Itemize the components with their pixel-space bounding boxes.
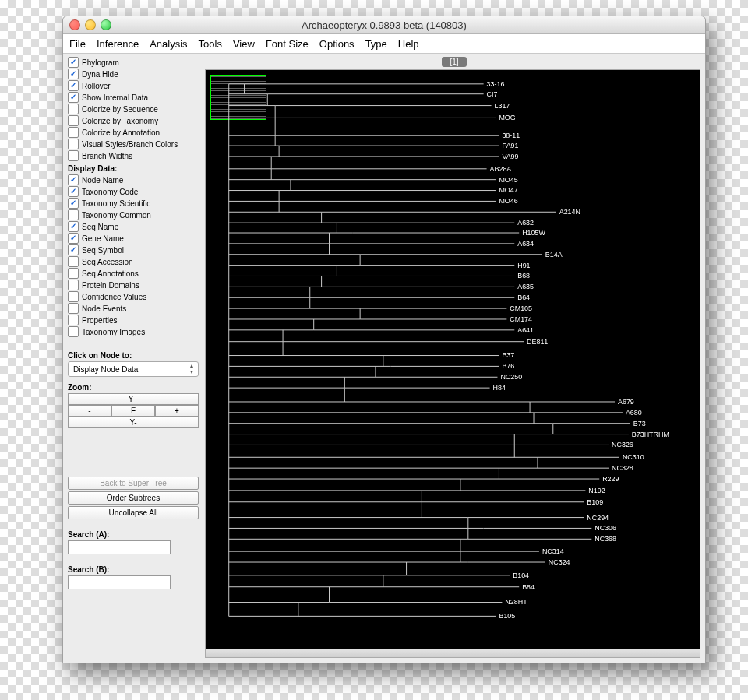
tree-leaf-label[interactable]: B14A xyxy=(545,251,563,259)
zoom-minus-button[interactable]: - xyxy=(68,405,111,417)
search-b-label: Search (B): xyxy=(68,565,199,574)
menu-type[interactable]: Type xyxy=(365,38,387,50)
zoom-controls: Y+ - F + Y- xyxy=(68,393,199,428)
tree-leaf-label[interactable]: B73 xyxy=(633,420,646,427)
tree-leaf-label[interactable]: B64 xyxy=(517,294,530,301)
tree-leaf-label[interactable]: PA91 xyxy=(502,142,518,149)
view-option-checkbox[interactable] xyxy=(68,139,79,149)
zoom-y-plus-button[interactable]: Y+ xyxy=(68,393,199,405)
tree-leaf-label[interactable]: B76 xyxy=(502,362,514,370)
display-option-row: Gene Name xyxy=(68,233,199,244)
tree-leaf-label[interactable]: 38-11 xyxy=(502,132,520,139)
zoom-plus-button[interactable]: + xyxy=(155,405,199,417)
back-to-super-tree-button[interactable]: Back to Super Tree xyxy=(68,477,199,490)
display-option-checkbox[interactable] xyxy=(68,256,79,267)
tree-leaf-label[interactable]: B37 xyxy=(502,352,514,360)
display-option-checkbox[interactable] xyxy=(68,198,79,209)
tree-leaf-label[interactable]: MOG xyxy=(499,114,515,121)
tree-leaf-label[interactable]: VA99 xyxy=(502,153,518,160)
menu-font-size[interactable]: Font Size xyxy=(266,38,309,50)
display-option-checkbox[interactable] xyxy=(68,268,79,279)
display-option-checkbox[interactable] xyxy=(68,233,79,244)
view-option-checkbox[interactable] xyxy=(68,104,79,114)
view-option-checkbox[interactable] xyxy=(68,150,79,161)
tree-leaf-label[interactable]: A214N xyxy=(559,208,580,216)
tree-leaf-label[interactable]: NC324 xyxy=(549,558,570,566)
tree-leaf-label[interactable]: L317 xyxy=(494,102,510,110)
menu-view[interactable]: View xyxy=(233,38,255,50)
tree-leaf-label[interactable]: NC250 xyxy=(500,373,522,381)
tree-leaf-label[interactable]: A679 xyxy=(618,398,634,406)
tree-leaf-label[interactable]: NC326 xyxy=(612,441,633,448)
tree-leaf-label[interactable]: CM105 xyxy=(510,304,532,312)
tree-leaf-label[interactable]: NC306 xyxy=(595,524,616,532)
tree-leaf-label[interactable]: DE811 xyxy=(527,338,548,346)
tree-leaf-label[interactable]: H91 xyxy=(517,262,530,269)
tree-leaf-label[interactable]: NC328 xyxy=(612,464,633,472)
uncollapse-all-button[interactable]: Uncollapse All xyxy=(68,506,199,519)
zoom-icon[interactable] xyxy=(101,19,111,30)
search-a-input[interactable] xyxy=(68,540,171,554)
tree-leaf-label[interactable]: B68 xyxy=(517,272,530,280)
tree-leaf-label[interactable]: H84 xyxy=(493,384,506,392)
menu-help[interactable]: Help xyxy=(398,38,419,50)
display-option-label: Confidence Values xyxy=(82,292,146,302)
tab-1[interactable]: [1] xyxy=(442,57,466,67)
tree-leaf-label[interactable]: B104 xyxy=(513,572,529,579)
tree-leaf-label[interactable]: NC368 xyxy=(595,535,616,543)
tree-leaf-label[interactable]: MO47 xyxy=(499,187,517,195)
tree-leaf-label[interactable]: A641 xyxy=(517,326,534,334)
tree-leaf-label[interactable]: H105W xyxy=(522,229,545,237)
display-option-checkbox[interactable] xyxy=(68,209,79,220)
tree-leaf-label[interactable]: NC310 xyxy=(623,453,644,461)
tree-canvas[interactable]: 33-16CI7L317MOG38-11PA91VA99AB28AMO45MO4… xyxy=(205,69,700,658)
display-option-checkbox[interactable] xyxy=(68,244,79,255)
view-option-checkbox[interactable] xyxy=(68,92,79,103)
tree-leaf-label[interactable]: A632 xyxy=(517,219,534,227)
tree-leaf-label[interactable]: A680 xyxy=(626,409,642,417)
tree-leaf-label[interactable]: B84 xyxy=(522,583,535,591)
tree-leaf-label[interactable]: A634 xyxy=(517,240,534,248)
display-option-checkbox[interactable] xyxy=(68,303,79,314)
tree-leaf-label[interactable]: NC294 xyxy=(587,514,609,522)
tree-leaf-label[interactable]: 33-16 xyxy=(487,80,505,88)
tree-leaf-label[interactable]: A635 xyxy=(517,283,534,290)
order-subtrees-button[interactable]: Order Subtrees xyxy=(68,491,199,505)
display-option-checkbox[interactable] xyxy=(68,291,79,302)
view-option-checkbox[interactable] xyxy=(68,57,79,68)
minimize-icon[interactable] xyxy=(85,19,96,30)
tree-leaf-label[interactable]: B105 xyxy=(499,612,515,620)
close-icon[interactable] xyxy=(69,19,80,30)
view-option-checkbox[interactable] xyxy=(68,80,79,91)
zoom-fit-button[interactable]: F xyxy=(111,405,155,417)
tree-leaf-label[interactable]: N28HT xyxy=(505,599,527,607)
zoom-y-minus-button[interactable]: Y- xyxy=(68,417,199,428)
tree-leaf-label[interactable]: AB28A xyxy=(490,165,512,173)
menu-analysis[interactable]: Analysis xyxy=(150,38,187,50)
display-option-checkbox[interactable] xyxy=(68,326,79,337)
menu-options[interactable]: Options xyxy=(319,38,355,50)
display-option-checkbox[interactable] xyxy=(68,174,79,185)
tree-leaf-label[interactable]: CM174 xyxy=(510,315,532,323)
display-option-checkbox[interactable] xyxy=(68,186,79,197)
tree-leaf-label[interactable]: B109 xyxy=(587,498,603,506)
click-action-dropdown[interactable]: Display Node Data ▴▾ xyxy=(68,361,199,377)
tree-leaf-label[interactable]: MO45 xyxy=(499,176,517,184)
tree-leaf-label[interactable]: B73HTRHM xyxy=(632,431,669,438)
display-option-checkbox[interactable] xyxy=(68,221,79,232)
tree-leaf-label[interactable]: NC314 xyxy=(542,547,564,555)
view-option-checkbox[interactable] xyxy=(68,127,79,138)
display-option-label: Protein Domains xyxy=(82,280,139,290)
search-b-input[interactable] xyxy=(68,575,171,589)
display-option-checkbox[interactable] xyxy=(68,280,79,290)
tree-leaf-label[interactable]: MO46 xyxy=(499,197,517,205)
menu-file[interactable]: File xyxy=(69,38,86,50)
menu-tools[interactable]: Tools xyxy=(199,38,222,50)
view-option-checkbox[interactable] xyxy=(68,69,79,79)
tree-leaf-label[interactable]: N192 xyxy=(588,487,605,494)
display-option-checkbox[interactable] xyxy=(68,315,79,325)
view-option-checkbox[interactable] xyxy=(68,115,79,126)
menu-inference[interactable]: Inference xyxy=(97,38,139,50)
tree-leaf-label[interactable]: R229 xyxy=(602,475,619,483)
tree-leaf-label[interactable]: CI7 xyxy=(487,90,498,98)
